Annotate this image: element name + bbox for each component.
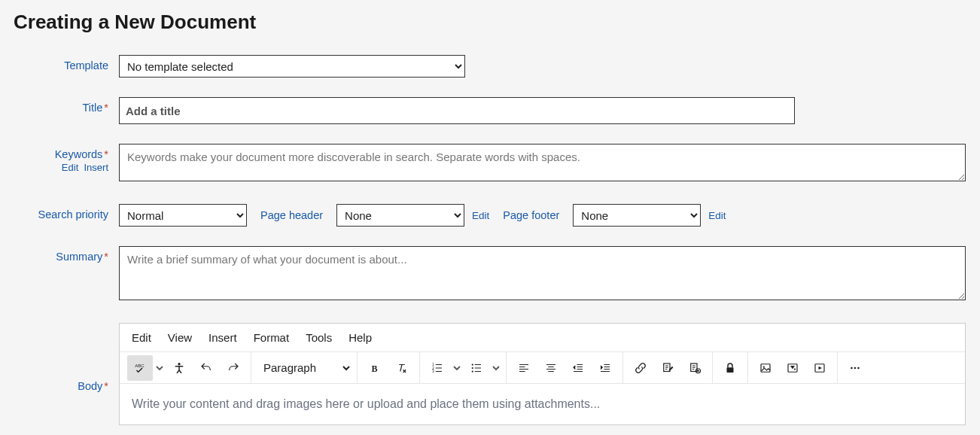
picture-button[interactable] bbox=[780, 355, 805, 381]
svg-point-16 bbox=[794, 368, 796, 370]
menu-edit[interactable]: Edit bbox=[132, 331, 151, 344]
link-button[interactable] bbox=[628, 355, 653, 381]
svg-text:3: 3 bbox=[432, 370, 434, 373]
numbered-list-dropdown[interactable] bbox=[452, 364, 462, 372]
keywords-insert-link[interactable]: Insert bbox=[84, 162, 108, 173]
indent-button[interactable] bbox=[592, 355, 618, 381]
row-keywords: Keywords* Edit Insert bbox=[14, 144, 966, 184]
editor-toolbar: ABC bbox=[120, 352, 965, 384]
label-page-header: Page header bbox=[260, 209, 323, 221]
summary-textarea[interactable] bbox=[119, 246, 966, 300]
page-footer-edit-link[interactable]: Edit bbox=[708, 210, 726, 221]
page-header-select[interactable]: None bbox=[336, 204, 464, 227]
bullet-list-button[interactable] bbox=[464, 355, 489, 381]
search-priority-select[interactable]: Normal bbox=[119, 204, 247, 227]
more-button[interactable] bbox=[842, 355, 868, 381]
page-title: Creating a New Document bbox=[14, 11, 966, 34]
required-marker: * bbox=[104, 148, 108, 160]
svg-point-18 bbox=[851, 367, 853, 369]
spellcheck-dropdown[interactable] bbox=[154, 364, 165, 372]
svg-text:B: B bbox=[372, 363, 378, 373]
undo-button[interactable] bbox=[193, 355, 219, 381]
required-marker: * bbox=[104, 102, 108, 114]
svg-point-7 bbox=[472, 367, 473, 368]
spellcheck-button[interactable]: ABC bbox=[127, 355, 153, 381]
row-summary: Summary* bbox=[14, 246, 966, 303]
paragraph-format-select[interactable]: Paragraph bbox=[256, 355, 352, 381]
svg-point-6 bbox=[472, 364, 473, 365]
svg-point-19 bbox=[854, 367, 857, 369]
label-page-footer: Page footer bbox=[503, 209, 559, 221]
row-body: Body* Edit View Insert Format Tools Help… bbox=[14, 323, 966, 425]
menu-insert[interactable]: Insert bbox=[208, 331, 237, 344]
align-left-button[interactable] bbox=[511, 355, 537, 381]
template-select[interactable]: No template selected bbox=[119, 55, 465, 78]
align-center-button[interactable] bbox=[538, 355, 564, 381]
row-search-priority: Search priority Normal Page header None … bbox=[14, 204, 966, 227]
title-input[interactable] bbox=[119, 97, 795, 124]
keywords-edit-link[interactable]: Edit bbox=[62, 162, 78, 173]
menu-tools[interactable]: Tools bbox=[306, 331, 332, 344]
svg-rect-13 bbox=[761, 364, 770, 372]
label-template: Template bbox=[14, 55, 119, 71]
menu-view[interactable]: View bbox=[168, 331, 192, 344]
svg-point-1 bbox=[178, 363, 180, 365]
label-title: Title bbox=[82, 102, 102, 114]
label-summary: Summary bbox=[56, 251, 102, 263]
redo-button[interactable] bbox=[221, 355, 246, 381]
required-marker: * bbox=[104, 251, 108, 263]
body-editor-content[interactable]: Write your content and drag images here … bbox=[120, 384, 965, 424]
clear-format-button[interactable] bbox=[389, 355, 415, 381]
svg-point-20 bbox=[857, 367, 860, 369]
lock-button[interactable] bbox=[717, 355, 743, 381]
svg-text:ABC: ABC bbox=[135, 363, 145, 367]
row-template: Template No template selected bbox=[14, 55, 966, 78]
label-keywords: Keywords bbox=[55, 148, 103, 160]
row-title: Title* bbox=[14, 97, 966, 124]
accessibility-button[interactable] bbox=[166, 355, 192, 381]
image-button[interactable] bbox=[753, 355, 778, 381]
required-marker: * bbox=[104, 380, 108, 392]
keywords-textarea[interactable] bbox=[119, 144, 966, 181]
page-footer-select[interactable]: None bbox=[573, 204, 701, 227]
edit-document-button[interactable] bbox=[655, 355, 680, 381]
menu-help[interactable]: Help bbox=[348, 331, 372, 344]
label-search-priority: Search priority bbox=[14, 204, 119, 221]
svg-rect-12 bbox=[727, 367, 734, 373]
menu-format[interactable]: Format bbox=[254, 331, 290, 344]
video-button[interactable] bbox=[807, 355, 832, 381]
svg-point-8 bbox=[472, 370, 473, 372]
label-body: Body bbox=[78, 380, 102, 392]
bullet-list-dropdown[interactable] bbox=[491, 364, 501, 372]
bold-button[interactable]: B bbox=[362, 355, 388, 381]
add-document-button[interactable] bbox=[682, 355, 708, 381]
editor-menubar: Edit View Insert Format Tools Help bbox=[120, 324, 965, 352]
rich-text-editor: Edit View Insert Format Tools Help ABC bbox=[119, 323, 966, 425]
numbered-list-button[interactable]: 123 bbox=[425, 355, 450, 381]
outdent-button[interactable] bbox=[565, 355, 591, 381]
page-header-edit-link[interactable]: Edit bbox=[472, 210, 489, 221]
